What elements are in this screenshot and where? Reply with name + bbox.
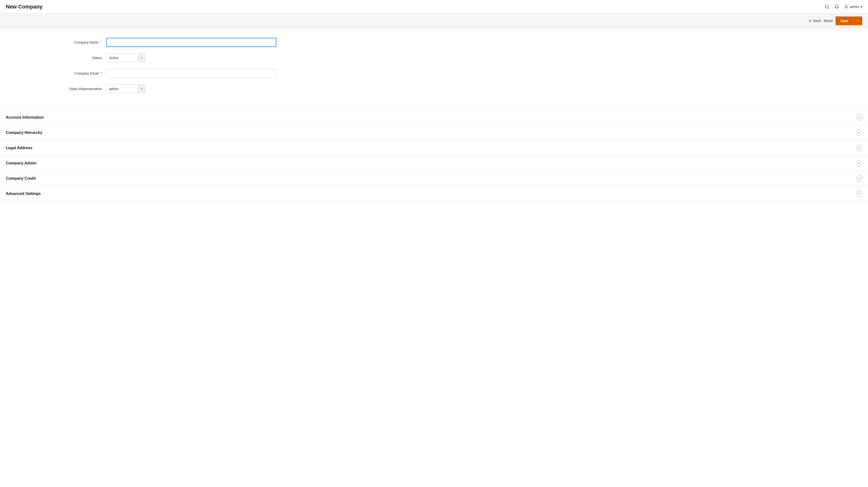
- legal-address-section: Legal Address: [0, 141, 868, 156]
- company-hierarchy-header[interactable]: Company Hierarchy: [0, 125, 868, 140]
- status-select-arrow: [138, 54, 145, 62]
- svg-line-1: [828, 7, 829, 8]
- company-email-label: Company Email *: [49, 71, 106, 75]
- account-information-title: Account Information: [6, 115, 43, 120]
- form-area: Company Name * Status Active Inactive: [49, 36, 819, 102]
- collapsible-sections: Account Information Company Hierarchy Le…: [0, 110, 868, 202]
- legal-address-chevron: [856, 145, 862, 151]
- company-admin-header[interactable]: Company Admin: [0, 156, 868, 171]
- company-name-row: Company Name *: [49, 38, 819, 47]
- status-select-wrapper: Active Inactive: [106, 54, 145, 62]
- company-email-input[interactable]: [106, 69, 276, 78]
- company-email-required-star: *: [100, 71, 102, 75]
- sales-rep-select-arrow: [138, 85, 145, 93]
- company-admin-title: Company Admin: [6, 161, 37, 165]
- notification-icon[interactable]: [834, 4, 839, 9]
- status-row: Status Active Inactive: [49, 54, 819, 62]
- sales-rep-select[interactable]: admin: [107, 85, 138, 93]
- search-icon[interactable]: [825, 4, 830, 9]
- company-name-input[interactable]: [106, 38, 276, 47]
- header-right: admin ▾: [825, 4, 862, 9]
- account-information-header[interactable]: Account Information: [0, 110, 868, 125]
- company-email-row: Company Email *: [49, 69, 819, 78]
- company-credit-section: Company Credit: [0, 171, 868, 186]
- main-form-area: Company Name * Status Active Inactive: [0, 28, 868, 110]
- back-button[interactable]: Back: [809, 19, 821, 23]
- svg-point-2: [845, 5, 847, 6]
- sales-rep-row: Sales Representative admin: [49, 85, 819, 93]
- company-admin-section: Company Admin: [0, 156, 868, 171]
- advanced-settings-header[interactable]: Advanced Settings: [0, 186, 868, 201]
- reset-button[interactable]: Reset: [824, 19, 833, 23]
- company-admin-chevron: [856, 160, 862, 166]
- account-information-section: Account Information: [0, 110, 868, 125]
- company-hierarchy-section: Company Hierarchy: [0, 125, 868, 141]
- sales-rep-label: Sales Representative: [49, 87, 106, 91]
- company-credit-title: Company Credit: [6, 176, 36, 181]
- status-select[interactable]: Active Inactive: [107, 54, 138, 62]
- legal-address-title: Legal Address: [6, 146, 32, 150]
- company-name-label: Company Name *: [49, 40, 106, 44]
- save-button[interactable]: Save: [836, 17, 853, 25]
- status-label: Status: [49, 56, 106, 60]
- user-name-label: admin: [850, 5, 859, 9]
- sales-rep-select-wrapper: admin: [106, 85, 145, 93]
- advanced-settings-section: Advanced Settings: [0, 186, 868, 202]
- advanced-settings-title: Advanced Settings: [6, 191, 41, 196]
- company-credit-header[interactable]: Company Credit: [0, 171, 868, 186]
- company-hierarchy-title: Company Hierarchy: [6, 130, 42, 135]
- legal-address-header[interactable]: Legal Address: [0, 141, 868, 155]
- user-menu[interactable]: admin ▾: [844, 5, 862, 9]
- user-dropdown-icon: ▾: [861, 5, 862, 9]
- account-information-chevron: [856, 114, 862, 121]
- company-credit-chevron: [856, 175, 862, 182]
- company-hierarchy-chevron: [856, 129, 862, 136]
- save-dropdown-button[interactable]: [853, 17, 862, 25]
- save-button-group: Save: [836, 17, 862, 25]
- toolbar: Back Reset Save: [0, 13, 868, 28]
- advanced-settings-chevron: [856, 190, 862, 197]
- top-header: New Company admin ▾: [0, 0, 868, 13]
- company-name-required-star: *: [100, 40, 102, 44]
- page-title: New Company: [6, 4, 42, 10]
